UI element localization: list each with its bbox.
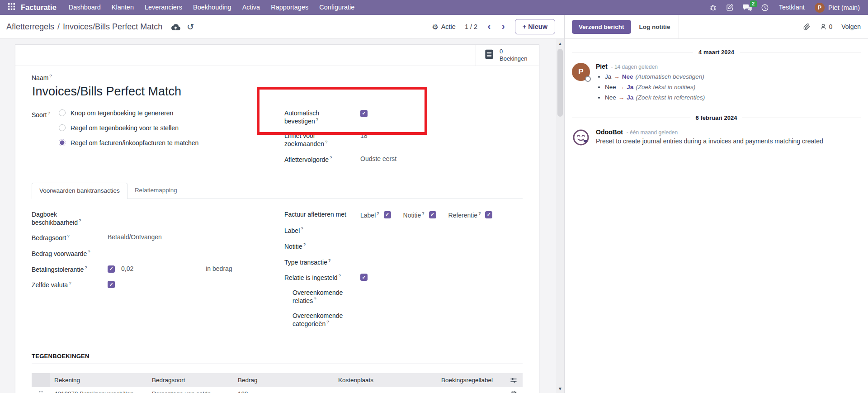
radio-option-knop-tegenboeking[interactable]: Knop om tegenboeking te genereren	[59, 109, 198, 117]
row-drag-handle-icon[interactable]	[32, 387, 50, 393]
avatar-status-icon	[585, 76, 591, 82]
search-months-value[interactable]: 18	[360, 132, 368, 139]
column-header-bedragsoort[interactable]: Bedragsoort	[147, 373, 233, 387]
followers-button[interactable]: 0	[820, 23, 832, 30]
scroll-down-icon[interactable]: ▼	[556, 385, 564, 392]
column-header-boekingsregellabel[interactable]: Boekingsregellabel	[437, 373, 505, 387]
order-value[interactable]: Oudste eerst	[360, 155, 396, 162]
new-record-button[interactable]: + Nieuw	[515, 19, 555, 34]
follower-count: 0	[829, 23, 832, 30]
radio-icon[interactable]	[59, 109, 66, 116]
radio-option-facturen-matchen[interactable]: Regel om facturen/inkoopfacturen te matc…	[59, 139, 198, 147]
form-content-area: 0 Boekingen Naam? Invoices/Bills Perfect…	[0, 39, 564, 393]
nav-item-activa[interactable]: Activa	[237, 0, 265, 15]
soort-label: Soort?	[32, 109, 59, 154]
radio-option-regel-voorstellen[interactable]: Regel om tegenboeking voor te stellen	[59, 124, 198, 132]
search-months-label: Limiet voor zoekmaanden?	[284, 132, 352, 147]
cell-kostenplaats[interactable]	[334, 387, 437, 393]
cell-bedragsoort[interactable]: Percentage van saldo	[147, 387, 233, 393]
column-header-bedrag[interactable]: Bedrag	[233, 373, 334, 387]
label-field-label: Label?	[284, 226, 360, 234]
log-note-tab[interactable]: Log notitie	[639, 24, 670, 30]
message-author[interactable]: OdooBot	[596, 128, 623, 136]
form-panel: Afletterregels / Invoices/Bills Perfect …	[0, 15, 564, 393]
scroll-up-icon[interactable]: ▲	[556, 40, 564, 47]
scrollbar-thumb[interactable]	[557, 49, 563, 117]
column-header-rekening[interactable]: Rekening	[50, 373, 147, 387]
boekingen-stat-button[interactable]: 0 Boekingen	[476, 45, 539, 66]
nav-item-configuratie[interactable]: Configuratie	[314, 0, 359, 15]
zelfde-valuta-label: Zelfde valuta?	[32, 280, 108, 289]
compose-pencil-icon[interactable]	[726, 4, 734, 11]
breadcrumb-current[interactable]: Invoices/Bills Perfect Match	[63, 22, 162, 32]
pager-previous-icon[interactable]: ‹	[486, 22, 491, 32]
action-menu-button[interactable]: ⚙ Actie	[432, 23, 456, 31]
bedragsoort-value[interactable]: Betaald/Ontvangen	[108, 233, 162, 241]
cell-boekingsregellabel[interactable]	[437, 387, 505, 393]
app-name[interactable]: Facturatie	[21, 3, 57, 12]
date-divider: 6 februari 2024	[572, 114, 861, 121]
debug-bug-icon[interactable]	[709, 4, 717, 11]
breadcrumb: Afletterregels / Invoices/Bills Perfect …	[6, 22, 194, 32]
radio-icon[interactable]	[59, 124, 66, 131]
cell-bedrag[interactable]: 100	[233, 387, 334, 393]
discard-undo-icon[interactable]: ↺	[187, 23, 194, 31]
nav-item-klanten[interactable]: Klanten	[107, 0, 139, 15]
company-switcher[interactable]: Testklant	[778, 0, 806, 15]
message-piet: P Piet - 14 dagen geleden Ja→Nee(Automat…	[572, 63, 861, 104]
arrow-right-icon: →	[618, 84, 625, 90]
follow-button[interactable]: Volgen	[841, 23, 861, 30]
action-label: Actie	[441, 23, 456, 30]
auto-confirm-checkbox[interactable]	[360, 110, 368, 117]
match-referentie-label: Referentie?	[448, 211, 481, 219]
breadcrumb-parent[interactable]: Afletterregels	[6, 22, 54, 32]
tab-voorwaarden-banktransacties[interactable]: Voorwaarden banktransacties	[32, 183, 127, 199]
overeenkomende-categorieen-label: Overeenkomende categorieën?	[284, 312, 352, 327]
apps-menu-button[interactable]	[5, 0, 18, 15]
zelfde-valuta-checkbox[interactable]	[108, 281, 115, 288]
tab-relatiemapping[interactable]: Relatiemapping	[127, 183, 184, 199]
betalingstolerantie-value[interactable]: 0,02	[121, 265, 133, 272]
relatie-ingesteld-checkbox[interactable]	[360, 274, 368, 281]
nav-item-dashboard[interactable]: Dashboard	[64, 0, 106, 15]
tracking-change: Nee→Ja(Zoek tekst in notities)	[605, 84, 705, 90]
attachment-paperclip-icon[interactable]	[803, 23, 811, 31]
form-scrollbar[interactable]: ▲ ▼	[556, 39, 564, 393]
nav-item-boekhouding[interactable]: Boekhouding	[188, 0, 236, 15]
optional-columns-icon[interactable]	[505, 373, 523, 387]
nav-item-rapportages[interactable]: Rapportages	[266, 0, 313, 15]
arrow-right-icon: →	[618, 94, 625, 101]
user-menu[interactable]: P Piet (main)	[815, 3, 860, 13]
help-marker: ?	[67, 233, 69, 238]
activities-clock-icon[interactable]	[761, 4, 769, 12]
messages-icon[interactable]: 2	[743, 4, 752, 12]
pager-next-icon[interactable]: ›	[500, 22, 505, 32]
chatter-panel: Verzend bericht Log notitie 0 Volgen	[564, 15, 868, 393]
record-title-input[interactable]: Invoices/Bills Perfect Match	[32, 85, 523, 99]
help-marker: ?	[328, 258, 330, 263]
tracking-change: Ja→Nee(Automatisch bevestigen)	[605, 73, 705, 80]
control-bar: Afletterregels / Invoices/Bills Perfect …	[0, 15, 564, 39]
save-cloud-icon[interactable]	[171, 23, 180, 31]
match-notitie-checkbox[interactable]	[429, 211, 436, 218]
message-author[interactable]: Piet	[596, 63, 608, 70]
tegenboekingen-table: Rekening Bedragsoort Bedrag Kostenplaats…	[32, 373, 523, 393]
nav-item-leveranciers[interactable]: Leveranciers	[140, 0, 187, 15]
column-header-kostenplaats[interactable]: Kostenplaats	[334, 373, 437, 387]
auto-confirm-label: Automatisch bevestigen?	[284, 109, 352, 125]
tegenboekingen-section: TEGENBOEKINGEN Rekening Bedragsoort Bedr…	[32, 353, 523, 393]
naam-label: Naam?	[32, 73, 523, 81]
cell-rekening[interactable]: 4210070 Betalingsverschillen	[50, 387, 147, 393]
betalingstolerantie-suffix: in bedrag	[206, 265, 232, 272]
match-label-checkbox[interactable]	[384, 211, 391, 218]
betalingstolerantie-checkbox[interactable]	[108, 265, 115, 273]
match-referentie-checkbox[interactable]	[485, 211, 492, 218]
send-message-button[interactable]: Verzend bericht	[572, 20, 631, 34]
radio-selected-icon[interactable]	[59, 139, 66, 146]
date-divider: 4 maart 2024	[572, 49, 861, 56]
help-marker: ?	[314, 296, 316, 301]
message-body: Preset to create journal entries during …	[596, 137, 823, 145]
row-delete-trash-icon[interactable]	[505, 387, 523, 393]
boekingen-label: Boekingen	[500, 55, 527, 62]
notitie-field-label: Notitie?	[284, 242, 360, 250]
